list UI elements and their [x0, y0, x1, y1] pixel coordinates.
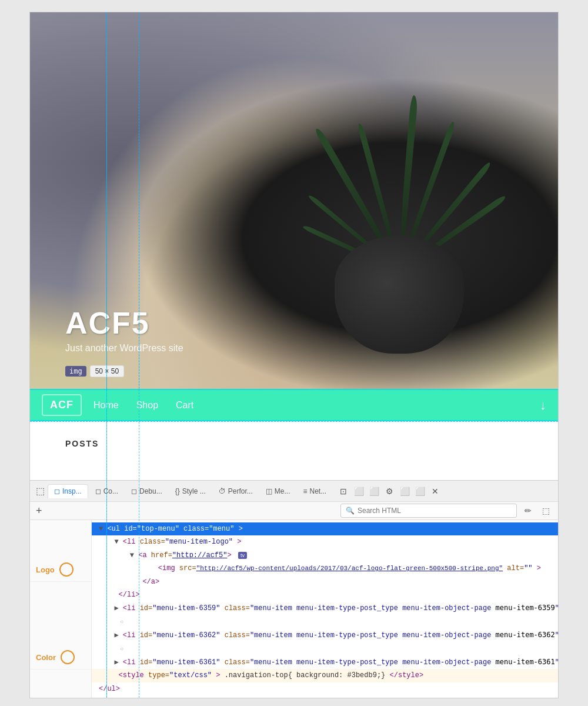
tv-badge: tv — [238, 552, 247, 559]
expand-li-6362: ▶ — [114, 631, 118, 640]
close-icon[interactable]: ✕ — [429, 485, 442, 498]
search-html-input[interactable] — [358, 507, 416, 515]
expand-ul[interactable]: ▼ — [99, 525, 103, 533]
element-selector-icon[interactable]: ⬚ — [34, 485, 46, 498]
dom-row-img[interactable]: <img src="http://acf5/wp-content/uploads… — [92, 562, 558, 575]
expand-li-logo: ▼ — [114, 538, 118, 546]
hero-text-block: ACF5 Just another WordPress site — [65, 305, 183, 354]
plant-pot — [335, 236, 464, 354]
undock-icon[interactable]: ⬜ — [413, 485, 426, 498]
spacer-middle — [30, 582, 91, 645]
dom-row-li-6359[interactable]: ▶ <li id="menu-item-6359" class="menu-it… — [92, 601, 558, 615]
dom-tree-main: ▼ <ul id="top-menu" class="menu" > ▼ <li… — [92, 520, 558, 698]
style-tab-label: Style ... — [182, 487, 206, 495]
edit-html-icon[interactable]: ✏ — [522, 504, 534, 517]
devtools-search-row: + 🔍 ✏ ⬚ — [30, 502, 558, 520]
expand-li-6361: ▶ — [114, 658, 118, 667]
dom-circle-1: ○ — [92, 615, 558, 628]
devtools-panel: ⬚ ◻ Insp... ◻ Co... ◻ Debu... {} Style .… — [30, 480, 558, 698]
inspector-tab-icon: ◻ — [54, 487, 60, 495]
dom-row-li-6361[interactable]: ▶ <li id="menu-item-6361" class="menu-it… — [92, 655, 558, 669]
a-href-link[interactable]: "http://acf5" — [172, 551, 228, 560]
nav-link-shop[interactable]: Shop — [136, 400, 158, 411]
img-tag-label: img — [65, 366, 86, 377]
tab-style[interactable]: {} Style ... — [169, 485, 212, 498]
screenshot-icon[interactable]: ⬜ — [352, 485, 365, 498]
posts-label: POSTS — [65, 439, 523, 448]
devtools-action-icons: ⊡ ⬜ ⬜ ⚙ ⬜ ⬜ ✕ — [337, 485, 442, 498]
expand-li-6359: ▶ — [114, 604, 118, 612]
nav-highlight-top — [30, 389, 558, 390]
navigation-bar: ACF Home Shop Cart ↓ — [30, 389, 558, 421]
devtools-toolbar: ⬚ ◻ Insp... ◻ Co... ◻ Debu... {} Style .… — [30, 481, 558, 502]
nav-logo[interactable]: ACF — [42, 394, 82, 416]
responsive-design-icon[interactable]: ⊡ — [337, 485, 350, 498]
inspector-tab-label: Insp... — [62, 487, 82, 495]
debugger-tab-icon: ◻ — [131, 487, 137, 495]
console-tab-icon: ◻ — [95, 487, 101, 495]
guide-v2 — [139, 12, 139, 698]
dom-row-style[interactable]: <style type="text/css" > .navigation-top… — [92, 669, 558, 682]
tab-inspector[interactable]: ◻ Insp... — [48, 484, 88, 498]
logo-label-text: Logo — [36, 565, 55, 574]
dom-left-labels: Logo Color — [30, 520, 92, 698]
net-tab-label: Net... — [309, 487, 326, 495]
logo-label-circle — [59, 562, 74, 577]
settings-icon[interactable]: ⚙ — [383, 485, 396, 498]
plant-decoration — [288, 59, 511, 389]
main-frame: img 50 × 50 ACF5 Just another WordPress … — [29, 12, 559, 698]
dom-row-ul[interactable]: ▼ <ul id="top-menu" class="menu" > — [92, 522, 558, 535]
screenshot-html-icon[interactable]: ⬚ — [539, 504, 552, 517]
perf-tab-label: Perfor... — [228, 487, 253, 495]
color-label-text: Color — [36, 653, 56, 662]
hero-title: ACF5 — [65, 305, 183, 341]
debugger-tab-label: Debu... — [139, 487, 162, 495]
expand-a: ▼ — [130, 551, 134, 560]
img-inspector-badge: img 50 × 50 — [65, 365, 124, 377]
color-label-circle — [61, 650, 75, 664]
guide-h2 — [30, 421, 558, 422]
color-label-item: Color — [30, 645, 91, 670]
dom-section: Logo Color ▼ <ul id="top-menu" — [30, 520, 558, 698]
mem-tab-label: Me... — [275, 487, 290, 495]
hero-subtitle: Just another WordPress site — [65, 343, 183, 354]
spacer-top — [30, 520, 91, 558]
tab-debugger[interactable]: ◻ Debu... — [125, 485, 168, 498]
dom-row-a[interactable]: ▼ <a href="http://acf5"> tv — [92, 549, 558, 562]
net-tab-icon: ≡ — [303, 487, 307, 495]
split-icon[interactable]: ⬜ — [368, 485, 380, 498]
dom-row-a-close[interactable]: </a> — [92, 575, 558, 588]
add-node-button[interactable]: + — [36, 505, 42, 516]
dom-tree: ▼ <ul id="top-menu" class="menu" > ▼ <li… — [92, 520, 558, 698]
img-src-link[interactable]: "http://acf5/wp-content/uploads/2017/03/… — [196, 565, 503, 572]
search-icon: 🔍 — [346, 507, 355, 515]
search-html-bar[interactable]: 🔍 — [340, 504, 517, 518]
logo-label-item: Logo — [30, 558, 91, 582]
dom-circle-2: ○ — [92, 642, 558, 655]
dock-icon[interactable]: ⬜ — [398, 485, 411, 498]
dom-row-li-close[interactable]: </li> — [92, 588, 558, 601]
tab-network[interactable]: ≡ Net... — [297, 485, 332, 498]
style-tab-icon: {} — [175, 487, 180, 495]
nav-link-cart[interactable]: Cart — [176, 400, 193, 411]
nav-links: Home Shop Cart — [93, 400, 540, 411]
console-tab-label: Co... — [103, 487, 118, 495]
nav-down-arrow[interactable]: ↓ — [540, 398, 546, 413]
guide-v1 — [106, 12, 107, 698]
dom-row-li-6362[interactable]: ▶ <li id="menu-item-6362" class="menu-it… — [92, 628, 558, 642]
dom-row-li-logo[interactable]: ▼ <li class="menu-item-logo" > — [92, 535, 558, 548]
tab-performance[interactable]: ⏱ Perfor... — [213, 485, 259, 498]
hero-section: img 50 × 50 ACF5 Just another WordPress … — [30, 12, 558, 389]
tab-memory[interactable]: ◫ Me... — [260, 485, 296, 498]
dom-row-ul-close[interactable]: </ul> — [92, 682, 558, 695]
perf-tab-icon: ⏱ — [219, 487, 226, 495]
mem-tab-icon: ◫ — [266, 487, 272, 495]
content-area: POSTS — [30, 421, 558, 480]
